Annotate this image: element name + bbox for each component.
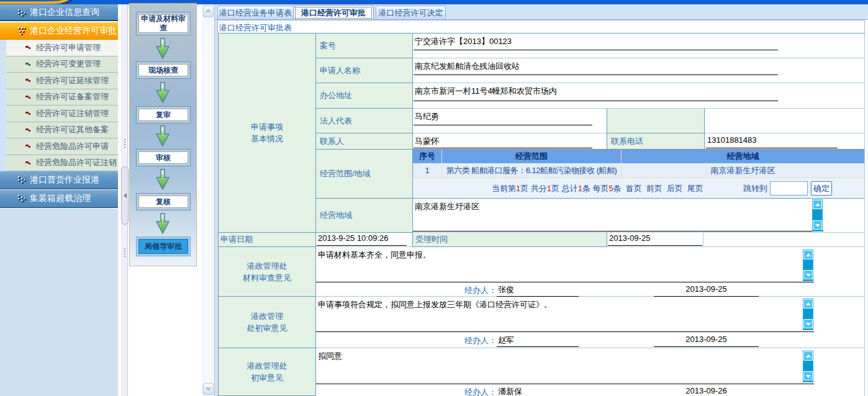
tab-business-application-form[interactable]: 港口经营业务申请表 <box>217 6 294 19</box>
opinion-date-input[interactable]: 2013-09-26 <box>654 386 759 396</box>
scroll-up-button[interactable] <box>803 299 813 308</box>
sidebar-subitem-dangerous-goods-apply[interactable]: 经营危险品许可申请 <box>6 138 118 155</box>
scroll-down-button[interactable] <box>203 383 214 395</box>
operator-name-input[interactable]: 张俊 <box>497 284 579 297</box>
sidebar-subitem-license-renewal-mgmt[interactable]: 经营许可证延续管理 <box>6 73 118 89</box>
submenu-arrow-icon <box>25 161 31 166</box>
triangle-down-icon <box>806 375 811 378</box>
operator-label: 经办人： <box>464 285 497 296</box>
workflow-step-final-check[interactable]: 复核 <box>136 193 191 210</box>
pagination-text: 每页 <box>593 184 609 193</box>
accept-time-input[interactable]: 2013-09-25 <box>608 233 702 246</box>
sidebar-subitem-dangerous-goods-cancel[interactable]: 经营危险品许可证注销 <box>6 155 118 172</box>
apply-date-input[interactable]: 2013-9-25 10:09:26 <box>317 233 407 246</box>
sidebar-item-label: 集装箱超载治理 <box>30 193 91 204</box>
triangle-up-icon <box>806 253 811 256</box>
opinion-date-input[interactable]: 2013-09-25 <box>654 335 759 347</box>
workflow-step-audit[interactable]: 审核 <box>136 149 191 166</box>
operator-name-input[interactable]: 赵军 <box>497 335 579 347</box>
field-label-contact: 联系人 <box>316 133 413 150</box>
gold-swoosh-decoration <box>0 0 87 4</box>
workflow-step-label: 复核 <box>138 196 188 208</box>
opinion-scrollbar[interactable] <box>803 351 813 382</box>
case-no-input[interactable]: 宁交港许字【2013】00123 <box>414 34 778 50</box>
sidebar-item-general-cargo-report[interactable]: 港口普货作业报港 <box>0 171 118 189</box>
pagination-status: 当前第1页 共分1页 总计1条 每页5条首页前页后页尾页 <box>492 183 703 194</box>
scroll-down-button[interactable] <box>803 270 813 279</box>
applicant-input[interactable]: 南京纪发船舶清仓残油回收站 <box>414 59 778 75</box>
area-textarea[interactable]: 南京港新生圩港区 <box>415 201 806 212</box>
scrollbar-track[interactable] <box>803 361 813 371</box>
scroll-up-button[interactable] <box>203 6 214 17</box>
workflow-step-recheck[interactable]: 复审 <box>136 106 191 124</box>
opinion-date-input[interactable]: 2013-09-25 <box>654 284 759 297</box>
opinion-label-line2: 材料审查意见 <box>243 272 291 284</box>
expanded-arrow-dots-icon <box>18 27 26 35</box>
sidebar-item-port-license-approval[interactable]: 港口企业经营许可审批 <box>0 22 118 40</box>
scroll-down-button[interactable] <box>813 220 822 230</box>
area-scrollbar[interactable] <box>812 199 823 232</box>
tab-license-decision[interactable]: 港口经营许可决定 <box>376 6 446 19</box>
pagination-text: 条 <box>582 184 590 193</box>
tab-label: 港口经营业务申请表 <box>219 7 292 19</box>
opinion-scrollbar[interactable] <box>803 250 813 281</box>
group-label-line1: 申请事项 <box>251 121 283 133</box>
tab-license-approval[interactable]: 港口经营许可审批 <box>293 5 374 20</box>
sidebar-item-enterprise-info-query[interactable]: 港口企业信息查询 <box>0 4 118 21</box>
scrollbar-track[interactable] <box>803 259 813 270</box>
scroll-up-button[interactable] <box>803 351 813 361</box>
jump-page-input[interactable] <box>770 181 808 196</box>
workflow-step-site-check[interactable]: 现场核查 <box>136 61 191 79</box>
scope-table-header-area: 经营地域 <box>622 150 864 163</box>
chevron-down-icon <box>204 384 213 394</box>
pagination-prev-link[interactable]: 前页 <box>646 184 662 193</box>
sidebar-empty-area <box>0 209 118 396</box>
sidebar-subitem-license-other-record[interactable]: 经营许可证其他备案 <box>6 122 118 139</box>
triangle-down-icon <box>815 224 820 227</box>
flow-down-arrow-icon <box>156 213 170 234</box>
field-label-area: 经营地域 <box>316 199 413 233</box>
sidebar-subitem-license-change-mgmt[interactable]: 经营许可变更管理 <box>6 56 118 73</box>
field-label-case-no: 案号 <box>316 34 413 58</box>
opinion-scrollbar[interactable] <box>803 299 813 330</box>
pagination-next-link[interactable]: 后页 <box>667 184 683 193</box>
scrollbar-track[interactable] <box>813 209 822 220</box>
operator-name-input[interactable]: 潘新保 <box>497 386 579 396</box>
scope-row-area: 南京港新生圩港区 <box>622 163 864 178</box>
sidebar-subitem-license-cancel-mgmt[interactable]: 经营许可证注销管理 <box>6 106 118 122</box>
triangle-up-icon <box>806 354 811 358</box>
submenu-arrow-icon <box>25 78 31 83</box>
empty-cell <box>705 109 864 133</box>
scrollbar-track[interactable] <box>803 308 813 319</box>
sidebar-subitem-license-record-mgmt[interactable]: 经营许可证备案管理 <box>6 89 118 106</box>
sidebar-item-container-overload[interactable]: 集装箱超载治理 <box>0 190 118 208</box>
sidebar-item-label: 港口企业经营许可审批 <box>30 25 117 37</box>
opinion-textarea[interactable]: 申请材料基本齐全，同意申报。 <box>318 250 796 261</box>
contact-input[interactable]: 马蒙怀 <box>414 134 592 148</box>
workflow-step-bureau-leader-approval[interactable]: 局领导审批 <box>136 236 191 256</box>
opinion-textarea[interactable]: 申请事项符合规定，拟同意上报发放三年期《港口经营许可证》。 <box>318 299 796 310</box>
opinion-label-line1: 港政管理 <box>247 310 287 322</box>
scroll-down-button[interactable] <box>803 371 813 380</box>
pagination-text: 当前第 <box>492 184 516 193</box>
opinion-label-line2: 初审意见 <box>247 372 287 384</box>
opinion-label-material-review: 港政管理处 材料审查意见 <box>219 247 316 297</box>
main-scrollbar-track[interactable] <box>202 4 214 396</box>
workflow-step-application-review[interactable]: 申请及材料审查 <box>136 12 191 35</box>
scroll-up-button[interactable] <box>803 250 813 259</box>
pagination-first-link[interactable]: 首页 <box>626 184 642 193</box>
office-address-input[interactable]: 南京市新河一村11号4幢郑和农贸市场内 <box>414 84 778 101</box>
sidebar-subitem-license-apply-mgmt[interactable]: 经营许可申请管理 <box>6 40 118 56</box>
jump-confirm-button[interactable]: 确定 <box>811 181 832 196</box>
pagination-last-link[interactable]: 尾页 <box>687 184 703 193</box>
scroll-up-button[interactable] <box>813 200 822 209</box>
contact-phone-input[interactable]: 13101881483 <box>706 133 838 148</box>
scroll-down-button[interactable] <box>803 319 813 328</box>
tab-label: 港口经营许可决定 <box>379 7 443 19</box>
submenu-arrow-icon <box>25 95 31 100</box>
pagination-text: 共分 <box>531 184 547 193</box>
opinion-textarea[interactable]: 拟同意 <box>318 351 796 362</box>
sidebar-subitem-label: 经营许可证备案管理 <box>36 91 109 102</box>
opinion-textarea-border <box>316 331 814 332</box>
legal-rep-input[interactable]: 马纪勇 <box>414 109 592 125</box>
